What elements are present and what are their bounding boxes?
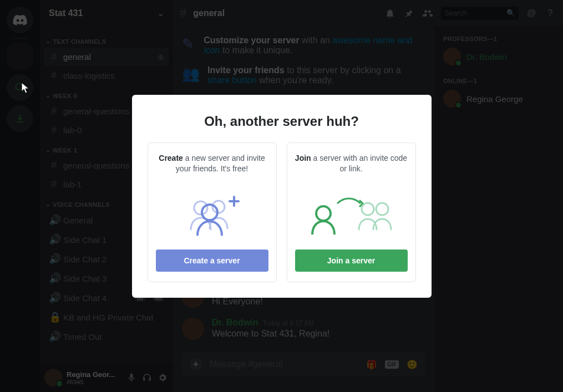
svg-point-0 xyxy=(194,201,207,215)
join-illustration xyxy=(307,184,395,240)
create-description: Create a new server and invite your frie… xyxy=(156,153,268,177)
create-card: Create a new server and invite your frie… xyxy=(148,142,277,282)
svg-point-5 xyxy=(376,203,388,215)
modal-backdrop[interactable]: Oh, another server huh? Create a new ser… xyxy=(0,0,563,392)
svg-point-3 xyxy=(316,206,331,221)
app-root: Stat 431 ⌄ ⌄TEXT CHANNELS #general⊕ #cla… xyxy=(0,0,563,392)
join-card: Join a server with an invite code or lin… xyxy=(287,142,416,282)
svg-point-4 xyxy=(362,203,374,215)
modal-title: Oh, another server huh? xyxy=(148,114,416,129)
create-illustration xyxy=(179,184,245,240)
create-server-button[interactable]: Create a server xyxy=(156,250,268,272)
join-description: Join a server with an invite code or lin… xyxy=(295,153,408,177)
modal-cards: Create a new server and invite your frie… xyxy=(148,142,416,282)
join-server-button[interactable]: Join a server xyxy=(295,250,408,272)
add-server-modal: Oh, another server huh? Create a new ser… xyxy=(132,95,432,298)
